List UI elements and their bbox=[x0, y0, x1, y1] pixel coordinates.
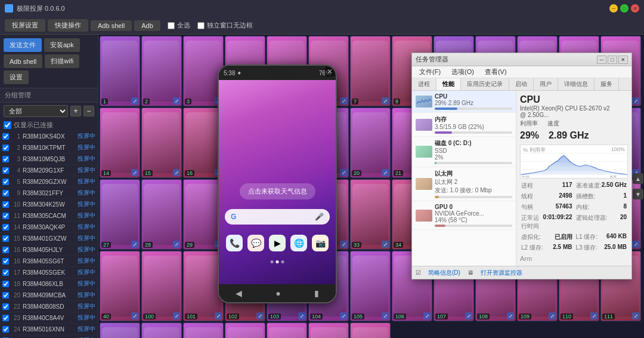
device-expand-btn[interactable]: ⤢ bbox=[131, 97, 138, 105]
device-checkbox[interactable] bbox=[2, 156, 9, 162]
device-list-item[interactable]: 17 R38M405SGEK 投屏中 bbox=[0, 267, 98, 278]
adb-shell-sidebar-button[interactable]: Adb shell bbox=[4, 54, 42, 68]
nav-back[interactable]: ◀ bbox=[236, 288, 242, 298]
device-checkbox[interactable] bbox=[2, 201, 9, 208]
device-grid-cell[interactable]: 33 ⤢ bbox=[350, 179, 391, 250]
scroll-down-arrow[interactable]: ▼ bbox=[633, 189, 643, 199]
device-expand-btn[interactable]: ⤢ bbox=[382, 169, 389, 176]
device-checkbox[interactable] bbox=[2, 292, 9, 299]
weather-bubble[interactable]: 点击来获取天气信息 bbox=[240, 183, 315, 199]
device-list-item[interactable]: 4 R38M209G1XF 投屏中 bbox=[0, 165, 98, 176]
add-group-button[interactable]: + bbox=[70, 106, 81, 116]
app-icon-chrome[interactable]: 🌐 bbox=[290, 235, 307, 251]
tab-startup[interactable]: 启动 bbox=[509, 78, 534, 90]
tm-maximize[interactable]: □ bbox=[608, 56, 617, 64]
quanxuan-check[interactable]: 全选 bbox=[168, 21, 190, 30]
device-expand-btn[interactable]: ⤢ bbox=[590, 312, 597, 319]
tab-performance[interactable]: 性能 bbox=[436, 78, 461, 90]
device-expand-btn[interactable]: ⤢ bbox=[423, 312, 431, 319]
tab-details[interactable]: 详细信息 bbox=[558, 78, 595, 90]
device-expand-btn[interactable]: ⤢ bbox=[131, 241, 138, 248]
device-expand-btn[interactable]: ⤢ bbox=[298, 312, 305, 319]
adb-shell-button[interactable]: Adb shell bbox=[91, 20, 132, 31]
device-list-item[interactable]: 5 R38M209GZXW 投屏中 bbox=[0, 176, 98, 188]
device-expand-btn[interactable]: ⤢ bbox=[173, 97, 180, 105]
device-checkbox[interactable] bbox=[2, 213, 9, 219]
device-checkbox[interactable] bbox=[2, 281, 9, 287]
send-file-button[interactable]: 发送文件 bbox=[4, 38, 42, 52]
device-checkbox[interactable] bbox=[2, 133, 9, 140]
device-expand-btn[interactable]: ⤢ bbox=[173, 169, 180, 176]
duli-check[interactable]: 独立窗口无边框 bbox=[197, 21, 253, 30]
device-grid-cell[interactable]: 115 ⤢ bbox=[225, 322, 265, 338]
device-checkbox[interactable] bbox=[2, 235, 9, 242]
device-checkbox[interactable] bbox=[2, 269, 9, 276]
device-grid-cell[interactable]: 112 ⤢ bbox=[100, 322, 140, 338]
device-checkbox[interactable] bbox=[2, 167, 9, 174]
device-expand-btn[interactable]: ⤢ bbox=[340, 241, 347, 248]
device-list-item[interactable]: 15 R38M401GXZW 投屏中 bbox=[0, 233, 98, 244]
scan-wifi-button[interactable]: 扫描wifi bbox=[45, 54, 79, 68]
device-checkbox[interactable] bbox=[2, 258, 9, 265]
device-list-item[interactable]: 3 R38M10M5QJB 投屏中 bbox=[0, 153, 98, 165]
device-grid-cell[interactable]: 15 ⤢ bbox=[141, 107, 182, 178]
kuaijiecaozuo-button[interactable]: 快捷操作 bbox=[48, 19, 88, 32]
device-grid-cell[interactable]: 105 ⤢ bbox=[350, 251, 391, 321]
app-icon-play[interactable]: ▶ bbox=[269, 235, 286, 251]
device-expand-btn[interactable]: ⤢ bbox=[340, 97, 347, 105]
device-grid-cell[interactable]: 118 ⤢ bbox=[350, 322, 391, 338]
device-list-item[interactable]: 1 R38M10KS4DX 投屏中 bbox=[0, 131, 98, 142]
show-online-checkbox[interactable] bbox=[4, 121, 11, 129]
tab-users[interactable]: 用户 bbox=[534, 78, 558, 90]
tm-menu-options[interactable]: 选项(O) bbox=[447, 66, 479, 78]
device-list-item[interactable]: 14 R38M30AQK4P 投屏中 bbox=[0, 222, 98, 233]
device-grid-cell[interactable]: 1 ⤢ bbox=[100, 36, 140, 106]
device-checkbox[interactable] bbox=[2, 303, 9, 310]
tm-disk-item[interactable]: 磁盘 0 (C: D:) SSD 2% bbox=[412, 137, 516, 167]
install-apk-button[interactable]: 安装apk bbox=[44, 38, 80, 52]
duli-checkbox[interactable] bbox=[197, 22, 205, 29]
tm-memory-item[interactable]: 内存 3.5/15.9 GB (22%) bbox=[412, 113, 516, 137]
device-grid-cell[interactable]: 116 ⤢ bbox=[267, 322, 307, 338]
device-list-item[interactable]: 20 R38M409MCBA 投屏中 bbox=[0, 290, 98, 301]
device-checkbox[interactable] bbox=[2, 179, 9, 185]
device-list-item[interactable]: 18 R38M4086XLB 投屏中 bbox=[0, 278, 98, 290]
tm-menu-file[interactable]: 文件(F) bbox=[414, 66, 445, 78]
maximize-button[interactable]: □ bbox=[620, 4, 628, 13]
group-filter-select[interactable]: 全部 bbox=[4, 105, 68, 117]
device-expand-btn[interactable]: ⤢ bbox=[215, 312, 222, 319]
device-list-item[interactable]: 2 R38M10KTPMT 投屏中 bbox=[0, 142, 98, 153]
device-list-item[interactable]: 23 R38M40C8A4V 投屏中 bbox=[0, 312, 98, 324]
device-list-item[interactable]: 26 R38M502MAPT 投屏中 bbox=[0, 335, 98, 338]
tm-minimize[interactable]: ─ bbox=[597, 56, 606, 64]
device-grid-cell[interactable]: 2 ⤢ bbox=[141, 36, 182, 106]
device-list-item[interactable]: 22 R38M40B08SD 投屏中 bbox=[0, 301, 98, 312]
device-list-item[interactable]: 9 R38M3021FFY 投屏中 bbox=[0, 188, 98, 199]
device-expand-btn[interactable]: ⤢ bbox=[340, 312, 347, 319]
active-device-close[interactable]: ✕ bbox=[325, 67, 335, 76]
open-monitor-button[interactable]: 打开资源监控器 bbox=[481, 269, 522, 277]
app-icon-phone[interactable]: 📞 bbox=[226, 235, 243, 251]
device-expand-btn[interactable]: ⤢ bbox=[382, 97, 389, 105]
device-list-item[interactable]: 24 R38M5016XNN 投屏中 bbox=[0, 324, 98, 335]
device-grid-cell[interactable]: 113 ⤢ bbox=[141, 322, 182, 338]
device-checkbox[interactable] bbox=[2, 190, 9, 196]
device-list-item[interactable]: 16 R38M405HJLY 投屏中 bbox=[0, 244, 98, 256]
search-bar[interactable]: G 🎤 bbox=[225, 209, 330, 225]
nav-home[interactable]: ● bbox=[275, 288, 280, 298]
device-expand-btn[interactable]: ⤢ bbox=[382, 312, 389, 319]
adb-button[interactable]: Adb bbox=[134, 20, 160, 31]
device-grid-cell[interactable]: 40 ⤢ bbox=[100, 251, 140, 321]
scroll-up-arrow[interactable]: ▲ bbox=[633, 173, 643, 184]
device-grid-cell[interactable]: 28 ⤢ bbox=[141, 179, 182, 250]
device-checkbox[interactable] bbox=[2, 145, 9, 151]
device-expand-btn[interactable]: ⤢ bbox=[382, 241, 389, 248]
device-expand-btn[interactable]: ⤢ bbox=[549, 312, 556, 319]
device-grid-cell[interactable]: 100 ⤢ bbox=[141, 251, 182, 321]
device-checkbox[interactable] bbox=[2, 326, 9, 333]
device-expand-btn[interactable]: ⤢ bbox=[173, 312, 180, 319]
tm-gpu-item[interactable]: GPU 0 NVIDIA GeForce... 14% (58 °C) bbox=[412, 201, 516, 230]
device-list-item[interactable]: 10 R38M304K25W 投屏中 bbox=[0, 199, 98, 210]
device-checkbox[interactable] bbox=[2, 224, 9, 231]
device-grid-cell[interactable]: 14 ⤢ bbox=[100, 107, 140, 178]
